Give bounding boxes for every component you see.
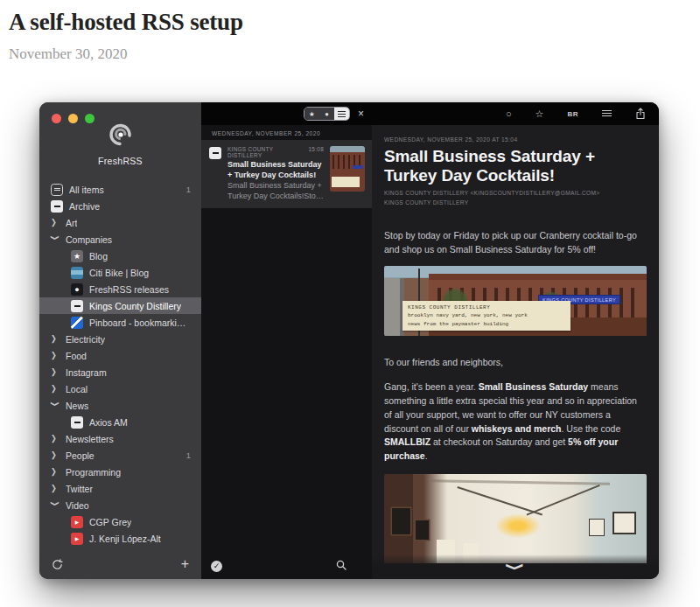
zoom-window-button[interactable]: [85, 114, 94, 123]
article-paragraph: To our friends and neighbors,: [384, 356, 647, 370]
sidebar-feed-cgp-grey[interactable]: ▶ CGP Grey: [39, 513, 201, 530]
article-feed: KINGS COUNTY DISTILLERY: [384, 199, 647, 208]
feed-favicon: [209, 147, 221, 159]
pinboard-icon: [71, 317, 83, 329]
list-lines-icon: [338, 111, 346, 117]
chevron-right-icon: ❯: [51, 384, 60, 393]
sidebar-feed-kings-county-distillery[interactable]: Kings County Distillery: [39, 297, 201, 314]
article-list-pane: ★ ● × WEDNESDAY, NOVEMBER 25, 2020 KINGS…: [201, 102, 372, 579]
refresh-button[interactable]: [52, 559, 63, 570]
article-title: Small Business Saturday + Turkey Day Coc…: [384, 147, 647, 185]
article-toolbar: ○ ☆ BR: [372, 102, 659, 125]
mark-unread-icon[interactable]: ○: [506, 108, 512, 119]
sidebar-feed-freshrss-releases[interactable]: ● FreshRSS releases: [39, 281, 201, 297]
distillery-building-photo: KINGS COUNTY DISTILLERY KINGS COUNTY DIS…: [384, 266, 647, 336]
sidebar-folder-people[interactable]: ❯ People 1: [39, 447, 201, 464]
filter-all-button[interactable]: [334, 108, 349, 120]
sidebar-folder-companies[interactable]: ❯ Companies: [39, 231, 201, 248]
citibike-favicon: [71, 267, 83, 279]
item-time: 15:08: [309, 146, 325, 158]
sidebar-folder-news[interactable]: ❯ News: [39, 397, 201, 414]
chevron-right-icon: ❯: [51, 484, 60, 492]
sidebar-folder-instagram[interactable]: ❯ Instagram: [39, 364, 201, 380]
youtube-icon: ▶: [71, 516, 83, 528]
article-from: KINGS COUNTY DISTILLERY <KINGSCOUNTYDIST…: [384, 189, 647, 199]
page-date: November 30, 2020: [9, 45, 128, 63]
sidebar-folder-programming[interactable]: ❯ Programming: [39, 464, 201, 480]
list-date-header: WEDNESDAY, NOVEMBER 25, 2020: [201, 125, 372, 140]
item-preview: Small Business Saturday + Turkey Day Coc…: [228, 181, 324, 201]
sidebar-folder-twitter[interactable]: ❯ Twitter: [39, 480, 201, 497]
page-title: A self-hosted RSS setup: [9, 9, 243, 36]
chevron-right-icon: ❯: [51, 367, 60, 376]
feed-nav: All items 1 Archive ❯ Art ❯ Companies ★ …: [39, 181, 201, 547]
feed-favicon: [71, 300, 83, 312]
article-content: WEDNESDAY, NOVEMBER 25, 2020 AT 15:04 Sm…: [372, 125, 659, 579]
item-thumbnail: [330, 146, 365, 192]
article-list-item[interactable]: KINGS COUNTY DISTILLERY 15:08 Small Busi…: [201, 140, 372, 208]
reader-view-icon[interactable]: [602, 110, 612, 117]
article-paragraph: Stop by today or Friday to pick up our C…: [384, 229, 647, 257]
feed-favicon: [71, 416, 83, 429]
sidebar-folder-electricity[interactable]: ❯ Electricity: [39, 331, 201, 347]
chevron-right-icon: ❯: [51, 351, 60, 359]
list-toolbar: ★ ● ×: [201, 102, 372, 125]
filter-segmented-control: ★ ●: [304, 107, 350, 121]
add-feed-button[interactable]: +: [181, 557, 189, 571]
sidebar-feed-blog[interactable]: ★ Blog: [39, 248, 201, 264]
article-pane: ○ ☆ BR WEDNESDAY, NOVEMBER 25, 2020 AT 1…: [372, 102, 659, 579]
sidebar-feed-citibike[interactable]: Citi Bike | Blog: [39, 264, 201, 281]
chevron-right-icon: ❯: [51, 450, 60, 459]
youtube-icon: ▶: [71, 533, 83, 545]
unread-count: 1: [186, 450, 191, 460]
sidebar-item-archive[interactable]: Archive: [39, 198, 201, 214]
all-items-icon: [51, 184, 63, 196]
chevron-right-icon: ❯: [51, 467, 60, 476]
github-icon: ●: [71, 283, 83, 296]
chevron-right-icon: ❯: [51, 218, 60, 227]
share-icon[interactable]: [635, 108, 646, 120]
star-outline-icon[interactable]: ☆: [536, 108, 544, 120]
chevron-down-icon: ❯: [51, 501, 60, 510]
close-window-button[interactable]: [52, 114, 61, 123]
sidebar-folder-art[interactable]: ❯ Art: [39, 214, 201, 231]
filter-starred-button[interactable]: ★: [304, 108, 319, 120]
chevron-down-icon: ❯: [51, 235, 60, 244]
sidebar: FreshRSS All items 1 Archive ❯ Art ❯ Com…: [39, 102, 201, 579]
star-icon: ★: [71, 250, 83, 262]
sidebar-folder-local[interactable]: ❯ Local: [39, 380, 201, 397]
sidebar-feed-kenji[interactable]: ▶ J. Kenji López-Alt: [39, 530, 201, 547]
search-button[interactable]: [336, 558, 346, 574]
freshrss-window: FreshRSS All items 1 Archive ❯ Art ❯ Com…: [39, 102, 659, 579]
chevron-right-icon: ❯: [51, 434, 60, 443]
photo-caption: KINGS COUNTY DISTILLERY brooklyn navy ya…: [402, 301, 570, 331]
unread-count: 1: [186, 185, 191, 194]
chevron-down-icon: ❯: [51, 401, 60, 410]
list-footer: ✓: [201, 553, 372, 579]
item-feed-name: KINGS COUNTY DISTILLERY: [228, 146, 309, 158]
sidebar-feed-axios-am[interactable]: Axios AM: [39, 414, 201, 430]
item-title: Small Business Saturday + Turkey Day Coc…: [228, 160, 324, 180]
article-paragraph: Gang, it's been a year. Small Business S…: [384, 380, 647, 464]
app-name: FreshRSS: [98, 156, 143, 166]
minimize-window-button[interactable]: [68, 114, 78, 123]
archive-icon: [51, 200, 63, 213]
filter-unread-button[interactable]: ●: [319, 108, 334, 120]
sidebar-folder-food[interactable]: ❯ Food: [39, 347, 201, 364]
close-icon[interactable]: ×: [358, 108, 364, 119]
mark-read-button[interactable]: ✓: [211, 561, 222, 572]
sidebar-feed-pinboard[interactable]: Pinboard - bookmarking for introverts: [39, 314, 201, 331]
chevron-right-icon: ❯: [51, 334, 60, 343]
article-date: WEDNESDAY, NOVEMBER 25, 2020 AT 15:04: [384, 136, 647, 143]
freshrss-logo-icon: [106, 120, 136, 153]
sidebar-folder-video[interactable]: ❯ Video: [39, 497, 201, 513]
tasting-room-photo: [384, 474, 647, 563]
article-footer: ❯: [372, 555, 659, 579]
scroll-down-icon[interactable]: ❯: [506, 562, 525, 571]
sidebar-folder-newsletters[interactable]: ❯ Newsletters: [39, 430, 201, 447]
bionic-reading-icon[interactable]: BR: [567, 110, 578, 118]
sidebar-item-all-items[interactable]: All items 1: [39, 181, 201, 198]
